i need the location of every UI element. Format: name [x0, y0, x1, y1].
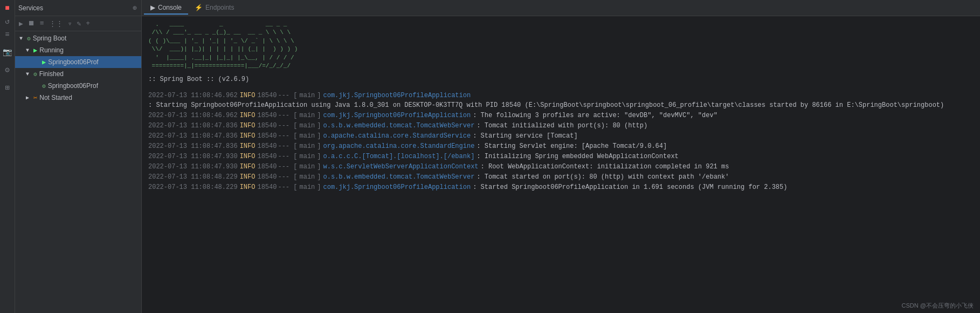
log-message: : Starting Springboot06ProfileApplicatio…	[148, 100, 944, 110]
console-output[interactable]: . ____ _ __ _ _ /\\ / ___'_ __ _ _(_)_ _…	[142, 16, 980, 313]
log-level: INFO	[240, 111, 256, 120]
log-sep: --- [	[278, 131, 297, 141]
filter-button[interactable]: ≡	[1, 29, 14, 40]
log-sep: --- [	[278, 172, 297, 182]
log-timestamp: 2022-07-13 11:08:48.229	[148, 182, 238, 192]
log-thread: main	[299, 121, 315, 131]
sidebar-item-springboot06prof-finish[interactable]: ⚙ Springboot06Prof	[15, 80, 141, 92]
log-class: com.jkj.Springboot06ProfileApplication	[323, 91, 471, 100]
sidebar-item-running[interactable]: ▼ ▶ Running	[15, 44, 141, 56]
log-class: o.a.c.c.C.[Tomcat].[localhost].[/ebank]	[323, 152, 475, 161]
springboot-icon: ⚙	[27, 35, 31, 42]
log-message: : Root WebApplicationContext: initializa…	[481, 162, 729, 172]
toolbar-edit-btn[interactable]: ✎	[75, 18, 82, 29]
spring-banner: . ____ _ __ _ _ /\\ / ___'_ __ _ _(_)_ _…	[148, 21, 974, 70]
log-message: : Tomcat started on port(s): 80 (http) w…	[477, 172, 729, 182]
log-timestamp: 2022-07-13 11:08:46.962	[148, 91, 238, 100]
log-level: INFO	[240, 182, 256, 192]
log-bracket: ]	[317, 182, 321, 192]
toolbar-filter-btn[interactable]: ▿	[66, 18, 74, 29]
log-container: 2022-07-13 11:08:46.962 INFO 18540 --- […	[148, 91, 974, 192]
log-timestamp: 2022-07-13 11:08:47.836	[148, 141, 238, 151]
log-class: o.s.b.w.embedded.tomcat.TomcatWebServer	[323, 121, 475, 131]
prof-run-icon: ▶	[42, 58, 46, 66]
log-timestamp: 2022-07-13 11:08:47.930	[148, 152, 238, 161]
prof-run-label: Springboot06Prof	[48, 58, 98, 66]
log-timestamp: 2022-07-13 11:08:46.962	[148, 111, 238, 120]
add-service-icon[interactable]: ⊕	[132, 3, 138, 13]
log-pid: 18540	[257, 152, 277, 161]
content-area: ▶ Console ⚡ Endpoints . ____ _ __ _ _ /\…	[142, 0, 980, 313]
notstarted-arrow: ▶	[26, 94, 32, 101]
watermark: CSDN @不会压弯的小飞侠	[902, 302, 974, 310]
sidebar-item-finished[interactable]: ▼ ⚙ Finished	[15, 68, 141, 80]
springboot-label: Spring Boot	[33, 35, 67, 42]
log-class: com.jkj.Springboot06ProfileApplication	[323, 182, 471, 192]
tab-console[interactable]: ▶ Console	[144, 2, 188, 15]
log-message: : Initializing Spring embedded WebApplic…	[477, 152, 678, 161]
log-pid: 18540	[257, 141, 277, 151]
layout-button[interactable]: ⊞	[1, 81, 14, 94]
log-line: 2022-07-13 11:08:47.836 INFO 18540 --- […	[148, 121, 974, 131]
log-pid: 18540	[257, 121, 277, 131]
toolbar-stop-btn[interactable]: ≡	[38, 18, 46, 29]
log-thread: main	[299, 172, 315, 182]
log-thread: main	[299, 141, 315, 151]
log-timestamp: 2022-07-13 11:08:47.836	[148, 121, 238, 131]
log-message: : Starting service [Tomcat]	[473, 131, 577, 141]
toolbar-stop-all-btn[interactable]: ⏹	[26, 18, 37, 29]
sidebar-item-springboot[interactable]: ▼ ⚙ Spring Boot	[15, 32, 141, 44]
sidebar: Services ⊕ ▶ ⏹ ≡ ⋮⋮ ▿ ✎ + ▼ ⚙ Spring Boo…	[15, 0, 142, 313]
sidebar-header-icons: ⊕	[132, 3, 138, 13]
log-bracket: ]	[317, 141, 321, 151]
endpoints-tab-label: Endpoints	[205, 4, 234, 11]
log-line: 2022-07-13 11:08:46.962 INFO 18540 --- […	[148, 91, 974, 110]
log-class: o.s.b.w.embedded.tomcat.TomcatWebServer	[323, 172, 475, 182]
rerun-button[interactable]: ↺	[1, 15, 14, 28]
prof-finish-label: Springboot06Prof	[48, 82, 98, 90]
log-timestamp: 2022-07-13 11:08:48.229	[148, 172, 238, 182]
log-message: : Started Springboot06ProfileApplication…	[473, 182, 787, 192]
endpoints-tab-icon: ⚡	[195, 4, 203, 11]
stop-button[interactable]: ■	[1, 2, 14, 14]
log-bracket: ]	[317, 121, 321, 131]
log-message: : Starting Servlet engine: [Apache Tomca…	[477, 141, 667, 151]
notstarted-label: Not Started	[39, 94, 72, 101]
log-thread: main	[299, 131, 315, 141]
tab-endpoints[interactable]: ⚡ Endpoints	[188, 2, 240, 15]
toolbar-add-btn[interactable]: +	[84, 18, 92, 29]
sidebar-title: Services	[18, 4, 43, 12]
running-icon: ▶	[33, 46, 37, 55]
log-bracket: ]	[317, 172, 321, 182]
notstarted-icon: ✂	[33, 94, 37, 102]
log-sep: --- [	[278, 182, 297, 192]
sidebar-item-springboot06prof-run[interactable]: ▶ Springboot06Prof	[15, 56, 141, 68]
log-thread: main	[299, 182, 315, 192]
log-pid: 18540	[257, 182, 277, 192]
sidebar-toolbar: ▶ ⏹ ≡ ⋮⋮ ▿ ✎ +	[15, 16, 141, 31]
log-level: INFO	[240, 172, 256, 182]
toolbar-run-btn[interactable]: ▶	[17, 18, 25, 29]
log-level: INFO	[240, 152, 256, 161]
main-layout: ■ ↺ ≡ 📷 ⚙ ⊞ Services ⊕ ▶ ⏹ ≡ ⋮⋮ ▿ ✎ + ▼	[0, 0, 980, 313]
camera-button[interactable]: 📷	[1, 46, 14, 58]
log-timestamp: 2022-07-13 11:08:47.930	[148, 162, 238, 172]
log-bracket: ]	[317, 162, 321, 172]
sidebar-header: Services ⊕	[15, 0, 141, 16]
settings-button[interactable]: ⚙	[1, 64, 14, 76]
log-class: com.jkj.Springboot06ProfileApplication	[323, 111, 471, 120]
tab-bar: ▶ Console ⚡ Endpoints	[142, 0, 980, 16]
log-class: w.s.c.ServletWebServerApplicationContext	[323, 162, 479, 172]
log-sep: --- [	[278, 162, 297, 172]
log-level: INFO	[240, 91, 256, 100]
log-line: 2022-07-13 11:08:47.836 INFO 18540 --- […	[148, 131, 974, 141]
springboot-arrow: ▼	[19, 36, 26, 42]
running-arrow: ▼	[26, 47, 32, 53]
finished-label: Finished	[39, 70, 64, 78]
log-thread: main	[299, 111, 315, 120]
sidebar-item-notstarted[interactable]: ▶ ✂ Not Started	[15, 92, 141, 104]
toolbar-tree-btn[interactable]: ⋮⋮	[47, 18, 65, 29]
log-sep: --- [	[278, 91, 297, 100]
log-message: : The following 3 profiles are active: "…	[473, 111, 717, 120]
log-bracket: ]	[317, 111, 321, 120]
